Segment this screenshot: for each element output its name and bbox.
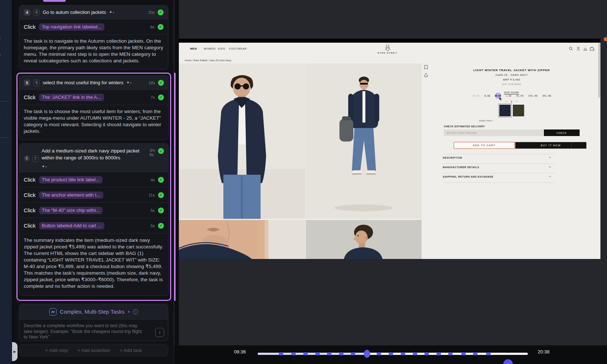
step-4-header[interactable]: 4 S Go to autum collection jackets ✦₊ 20… [19,5,168,19]
size-chip-xxl46[interactable]: XXL-46 [528,94,538,98]
success-check-icon: ✓ [158,24,164,30]
success-check-icon: ✓ [158,80,164,86]
delivery-check-label: CHECK ESTIMATED DELIVERY [444,125,485,128]
swatch-olive[interactable] [513,105,524,116]
add-to-cart-button[interactable]: ADD TO CART [454,142,515,149]
action-target-pill[interactable]: The anchor element with t... [39,191,103,199]
wishlist-hanger-icon[interactable] [583,47,587,51]
step-type-badge: S [33,80,40,86]
size-chip-m40[interactable]: M-40 [495,94,502,98]
sparkle-icon: ✦₊ [109,10,114,15]
timeline-marker[interactable] [291,352,296,355]
task-header[interactable]: € T Add a medium-sized dark navy zipped … [19,144,168,172]
timeline-marker[interactable] [327,352,331,355]
size-chip-s38[interactable]: S-38 [484,94,491,98]
add-assertion-button[interactable]: + Add assertion [77,348,110,353]
timeline-track[interactable] [258,353,528,355]
timeline-marker[interactable] [303,352,308,355]
page-scrollbar[interactable] [598,43,600,98]
timeline-marker[interactable] [279,352,283,355]
workflow-input[interactable] [23,322,143,339]
timeline-marker[interactable] [351,352,355,355]
nav-link-kids[interactable]: KIDS [218,47,225,50]
timeline-marker[interactable] [401,352,405,355]
swatch-dark-navy[interactable] [499,105,511,116]
action-target-pill[interactable]: Top navigation link labeled... [39,23,104,31]
timeline-marker[interactable] [424,352,429,355]
step-duration: 20s [148,10,155,15]
rail-icon-fragment: 8 [0,111,0,117]
product-image-2[interactable] [306,63,422,219]
timeline-marker[interactable] [339,352,343,355]
add-task-button[interactable]: + Add task [120,348,142,353]
size-chip-3xl48[interactable]: 3XL-48 [542,94,552,98]
chevron-down-icon[interactable]: ▾ [128,310,130,314]
timeline-marker[interactable] [413,352,417,355]
size-chip-xs36[interactable]: XS-36 [472,94,480,98]
rabbit-logo-icon[interactable] [384,44,391,51]
sidebar-collapse-tab[interactable]: ▶ [12,342,18,361]
timeline-marker[interactable] [377,352,381,355]
cart-bag-icon[interactable] [590,47,595,51]
action-row[interactable]: Click The “M-40” size chip withi... 5s ✓ [19,203,168,218]
search-icon[interactable] [569,47,573,51]
buy-it-now-button[interactable]: BUY IT NOW [515,142,587,149]
step-title: select the most useful thing for winters [43,80,123,85]
size-chip-xl44[interactable]: XL-44 [516,94,524,98]
action-duration: 9s [150,25,154,29]
composer-mode-header[interactable]: AI Complex, Multi-Step Tasks ▾ i [19,304,168,320]
step-5-header[interactable]: 5 S select the most useful thing for win… [19,76,168,90]
action-row[interactable]: Click Button labeled Add to cart ... 5s … [19,218,168,233]
action-verb: Click [24,177,36,183]
action-row[interactable]: Click The ‘JACKET’ link in the A... 7s ✓ [19,90,168,105]
timeline-marker[interactable] [486,352,491,355]
qty-plus-button[interactable]: + [516,100,518,103]
check-delivery-button[interactable]: CHECK [544,129,580,136]
plus-icon[interactable]: + [549,165,551,169]
timeline-marker[interactable] [437,352,441,355]
accordion-description[interactable]: DESCRIPTION [443,156,462,159]
product-price: MRP ₹ 5,499 [423,78,600,81]
user-account-icon[interactable] [576,47,580,51]
timeline-marker[interactable] [315,352,320,355]
action-row[interactable]: Click Top navigation link labeled... 9s … [19,19,168,35]
size-guide-link[interactable]: SIZE GUIDE [504,91,519,94]
send-button[interactable]: ↑ [155,328,164,337]
action-target-pill[interactable]: The product title link label... [39,176,103,183]
action-target-pill[interactable]: The ‘JACKET’ link in the A... [39,94,104,101]
info-icon[interactable]: i [133,309,138,314]
pincode-input[interactable] [444,129,543,136]
qty-minus-button[interactable]: − [506,100,507,103]
product-subtitle: JUAN-25 - DARK NAVY [423,74,600,76]
action-target-pill[interactable]: Button labeled Add to cart ... [39,222,104,229]
size-selector: XS-36 S-38 M-40 L-42 XL-44 XXL-46 3XL-48 [423,94,600,98]
swatch-caption: DARK-NAVY [398,120,574,122]
action-row[interactable]: Click The anchor element with t... 11s ✓ [19,187,168,203]
size-chip-l42[interactable]: L-42 [506,94,512,98]
product-image-1[interactable] [179,63,306,219]
timeline-marker[interactable] [448,352,453,355]
product-image-4[interactable] [306,220,422,259]
action-row[interactable]: Click The product title link label... 4s… [19,172,168,187]
nav-link-women[interactable]: WOMEN [204,47,216,50]
step-title: Go to autum collection jackets [43,9,106,15]
product-image-3[interactable] [179,220,306,259]
nav-link-footwear[interactable]: FOOTWEAR [229,47,247,50]
accordion-shipping[interactable]: SHIPPING, RETURN AND EXCHANGE [443,175,493,178]
sidebar-scrollbar[interactable] [174,73,176,301]
timeline-marker[interactable] [389,352,393,355]
nav-link-men[interactable]: MEN [190,47,197,50]
timeline-marker[interactable] [461,352,466,355]
brand-wordmark[interactable]: RARE RABBIT [365,52,410,54]
timeline-secondary-playhead[interactable] [503,359,513,364]
success-check-icon: ✓ [158,94,164,100]
accordion-manufacturer[interactable]: MANUFACTURER DETAILS [443,166,479,169]
timeline-playhead[interactable] [364,350,370,358]
plus-icon[interactable]: + [549,175,551,178]
timeline-end-time: 20:38 [538,349,550,355]
action-target-pill[interactable]: The “M-40” size chip withi... [39,207,103,214]
breadcrumb[interactable]: Home / Rare Rabbit / Juan-25 Dark Navy [185,59,231,62]
timeline-marker[interactable] [473,352,477,355]
plus-icon[interactable]: + [549,156,551,159]
add-step-button[interactable]: + Add step [45,348,68,353]
